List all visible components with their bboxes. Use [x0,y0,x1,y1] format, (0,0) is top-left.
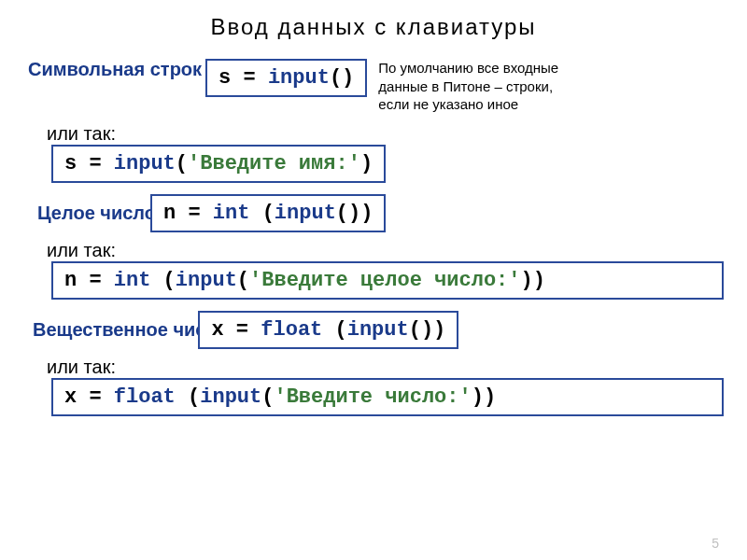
code-box-input-basic: s = input() [205,59,367,97]
code-open: ( [176,152,188,175]
code-op: = [224,318,261,342]
code-var: x [64,385,77,409]
code-box-int-prompt: n = int (input('Введите целое число:')) [51,261,724,300]
code-func: input [347,318,409,342]
code-kw: float [261,318,322,342]
code-var: s [218,66,231,90]
code-func: input [268,66,330,90]
code-close: ()) [336,202,374,225]
code-sp: ( [150,269,175,292]
label-int-type: Целое число [37,203,156,224]
code-open: ( [237,269,249,292]
code-close: ()) [409,318,446,342]
label-or-1: или так: [47,123,719,145]
row-float-input: Вещественное чис x = float (input()) [28,311,719,349]
code-sp: ( [176,385,200,409]
code-var: n [64,269,77,292]
row-string-input: Символьная строк s = input() По умолчани… [28,59,719,114]
label-or-2: или так: [47,240,719,261]
slide-title: Ввод данных с клавиатуры [28,14,719,40]
code-sp: ( [249,202,274,225]
code-box-int-basic: n = int (input()) [150,194,386,232]
code-func: input [176,269,237,292]
code-op: = [176,202,213,225]
code-func: input [200,385,261,409]
side-note: По умолчанию все входные данные в Питоне… [378,59,574,114]
page-number: 5 [712,536,719,551]
code-paren: () [330,66,354,90]
code-sp: ( [322,318,346,342]
code-op: = [77,152,114,175]
code-close: ) [360,152,373,175]
code-box-float-prompt: x = float (input('Введите число:')) [51,378,724,416]
code-box-float-basic: x = float (input()) [198,311,458,349]
code-kw: int [114,269,151,292]
code-func: input [275,202,336,225]
code-op: = [77,385,114,409]
code-open: ( [261,385,274,409]
code-box-input-prompt: s = input('Введите имя:') [51,145,386,183]
code-func: input [114,152,176,175]
label-string-type: Символьная строк [28,59,202,80]
code-close: )) [521,269,545,292]
code-str: 'Введите число:' [274,385,471,409]
code-str: 'Введите имя:' [188,152,360,175]
code-op: = [77,269,114,292]
code-kw: int [213,202,250,225]
label-or-3: или так: [47,357,719,378]
code-kw: float [114,385,176,409]
code-op: = [231,66,268,90]
code-close: )) [472,385,496,409]
row-int-input: Целое число n = int (input()) [28,194,719,232]
code-var: x [211,318,223,342]
label-float-type: Вещественное чис [33,319,205,341]
code-var: n [163,202,176,225]
code-var: s [64,152,77,175]
code-str: 'Введите целое число:' [249,269,520,292]
